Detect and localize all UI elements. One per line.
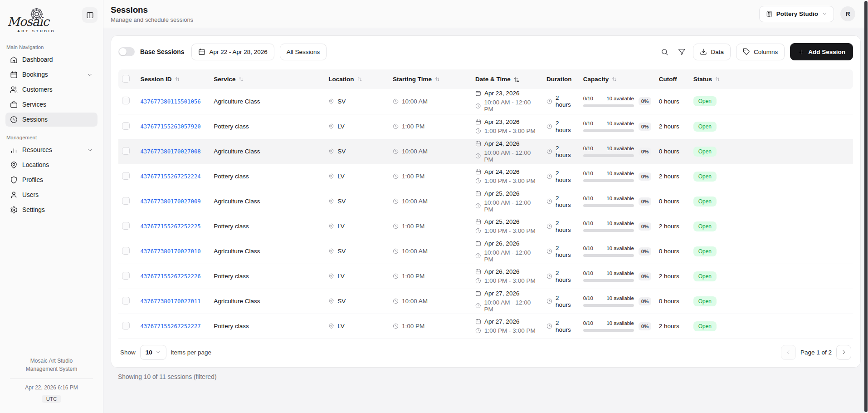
table-row[interactable]: 437677380170027011 Agriculture Class SV … bbox=[118, 289, 853, 314]
row-checkbox[interactable] bbox=[122, 147, 130, 155]
sidebar-collapse-button[interactable] bbox=[82, 7, 98, 23]
sidebar-item-locations[interactable]: Locations bbox=[5, 158, 98, 172]
table-row[interactable]: 437677155267252227 Pottery class LV 1:00… bbox=[118, 314, 853, 339]
duration-cell: 2 hours bbox=[556, 220, 576, 233]
table-row[interactable]: 437677155267252225 Pottery class LV 1:00… bbox=[118, 214, 853, 239]
date-range-button[interactable]: Apr 22 - Apr 28, 2026 bbox=[191, 44, 274, 60]
table-row[interactable]: 437677155267252224 Pottery class LV 1:00… bbox=[118, 164, 853, 189]
scrollbar[interactable] bbox=[864, 1, 868, 412]
capacity-available: 10 available bbox=[607, 221, 634, 226]
sort-icon[interactable] bbox=[175, 76, 180, 82]
session-id-link[interactable]: 437677155267252224 bbox=[140, 173, 200, 180]
row-checkbox[interactable] bbox=[122, 322, 130, 329]
row-checkbox[interactable] bbox=[122, 247, 130, 255]
map-pin-icon bbox=[328, 248, 334, 254]
row-checkbox[interactable] bbox=[122, 197, 130, 205]
sidebar-footer: Mosaic Art Studio Management System Apr … bbox=[0, 353, 103, 413]
studio-selector-button[interactable]: Pottery Studio bbox=[759, 6, 834, 22]
sidebar-item-services[interactable]: Services bbox=[5, 98, 98, 112]
sidebar-item-sessions[interactable]: Sessions bbox=[5, 113, 98, 127]
columns-button[interactable]: Columns bbox=[736, 44, 785, 60]
row-checkbox[interactable] bbox=[122, 122, 130, 130]
toggle-knob bbox=[119, 48, 127, 55]
location-cell: SV bbox=[337, 248, 346, 255]
calendar-icon bbox=[475, 269, 481, 275]
session-id-link[interactable]: 437677380170027010 bbox=[140, 248, 200, 255]
column-header-session-id: Session ID bbox=[140, 76, 171, 83]
date-range-label: Apr 22 - Apr 28, 2026 bbox=[209, 49, 267, 55]
time-range-cell: 1:00 PM - 3:00 PM bbox=[484, 277, 536, 284]
filter-button[interactable] bbox=[676, 46, 688, 58]
starting-time-cell: 1:00 PM bbox=[402, 123, 424, 130]
add-session-button[interactable]: Add Session bbox=[790, 43, 853, 60]
search-button[interactable] bbox=[658, 46, 670, 58]
clock-icon bbox=[393, 198, 399, 204]
cutoff-cell: 0 hours bbox=[659, 248, 679, 255]
row-checkbox[interactable] bbox=[122, 222, 130, 230]
sidebar-item-users[interactable]: Users bbox=[5, 188, 98, 202]
sidebar-item-dashboard[interactable]: Dashboard bbox=[5, 53, 98, 67]
content-area: Base Sessions Apr 22 - Apr 28, 2026 All … bbox=[103, 28, 868, 413]
clock-icon bbox=[475, 328, 481, 334]
service-cell: Pottery class bbox=[214, 323, 249, 329]
base-sessions-label: Base Sessions bbox=[140, 49, 184, 55]
location-cell: LV bbox=[337, 323, 345, 329]
status-badge: Open bbox=[693, 147, 717, 157]
session-id-link[interactable]: 437677380115501056 bbox=[140, 98, 200, 105]
sessions-toolbar: Base Sessions Apr 22 - Apr 28, 2026 All … bbox=[118, 43, 853, 60]
row-checkbox[interactable] bbox=[122, 272, 130, 280]
cutoff-cell: 0 hours bbox=[659, 298, 679, 305]
all-sessions-button[interactable]: All Sessions bbox=[280, 44, 327, 60]
clock-icon bbox=[393, 273, 399, 279]
session-id-link[interactable]: 437677380170027008 bbox=[140, 148, 200, 155]
row-checkbox[interactable] bbox=[122, 97, 130, 104]
starting-time-cell: 1:00 PM bbox=[402, 273, 424, 280]
status-badge: Open bbox=[693, 172, 717, 182]
capacity-count: 0/10 bbox=[583, 96, 593, 101]
session-id-link[interactable]: 437677155263057920 bbox=[140, 123, 200, 130]
table-row[interactable]: 437677380170027008 Agriculture Class SV … bbox=[118, 139, 853, 164]
previous-page-button[interactable] bbox=[781, 345, 796, 360]
table-row[interactable]: 437677380170027009 Agriculture Class SV … bbox=[118, 189, 853, 214]
page-size-select[interactable]: 10 bbox=[140, 345, 166, 360]
briefcase-icon bbox=[10, 101, 18, 108]
session-id-link[interactable]: 437677155267252226 bbox=[140, 273, 200, 280]
session-id-link[interactable]: 437677155267252225 bbox=[140, 223, 200, 230]
session-id-link[interactable]: 437677380170027011 bbox=[140, 298, 200, 305]
sort-icon[interactable] bbox=[715, 76, 721, 82]
sort-icon[interactable] bbox=[357, 76, 363, 82]
calendar-icon bbox=[475, 319, 481, 324]
scrollbar-thumb[interactable] bbox=[864, 1, 868, 412]
table-row[interactable]: 437677380115501056 Agriculture Class SV … bbox=[118, 89, 853, 114]
sort-icon[interactable] bbox=[434, 76, 440, 82]
data-export-button[interactable]: Data bbox=[693, 44, 731, 60]
clock-icon bbox=[546, 298, 552, 304]
sidebar-item-profiles[interactable]: Profiles bbox=[5, 173, 98, 187]
session-id-link[interactable]: 437677380170027009 bbox=[140, 198, 200, 205]
sidebar-item-bookings[interactable]: Bookings bbox=[5, 68, 98, 82]
nav-section-main: Main Navigation bbox=[6, 44, 103, 50]
select-all-checkbox[interactable] bbox=[122, 75, 130, 83]
calendar-icon bbox=[475, 90, 481, 96]
sidebar-item-settings[interactable]: Settings bbox=[5, 203, 98, 217]
capacity-count: 0/10 bbox=[583, 121, 593, 126]
row-checkbox[interactable] bbox=[122, 297, 130, 305]
duration-cell: 2 hours bbox=[556, 120, 576, 133]
base-sessions-toggle[interactable] bbox=[118, 47, 135, 56]
duration-cell: 2 hours bbox=[556, 94, 576, 108]
session-id-link[interactable]: 437677155267252227 bbox=[140, 323, 200, 329]
user-avatar[interactable]: R bbox=[840, 6, 855, 21]
calendar-icon bbox=[475, 191, 481, 197]
next-page-button[interactable] bbox=[836, 345, 851, 360]
footer-app-name: Mosaic Art Studio bbox=[7, 357, 96, 365]
sort-ascending-icon[interactable] bbox=[513, 76, 520, 83]
sort-icon[interactable] bbox=[238, 76, 244, 82]
table-row[interactable]: 437677155267252226 Pottery class LV 1:00… bbox=[118, 264, 853, 289]
row-checkbox[interactable] bbox=[122, 172, 130, 180]
sidebar-item-customers[interactable]: Customers bbox=[5, 83, 98, 97]
table-row[interactable]: 437677155263057920 Pottery class LV 1:00… bbox=[118, 114, 853, 139]
table-row[interactable]: 437677380170027010 Agriculture Class SV … bbox=[118, 239, 853, 264]
column-header-service: Service bbox=[214, 76, 235, 83]
sidebar-item-resources[interactable]: Resources bbox=[5, 143, 98, 157]
sort-icon[interactable] bbox=[611, 76, 617, 82]
